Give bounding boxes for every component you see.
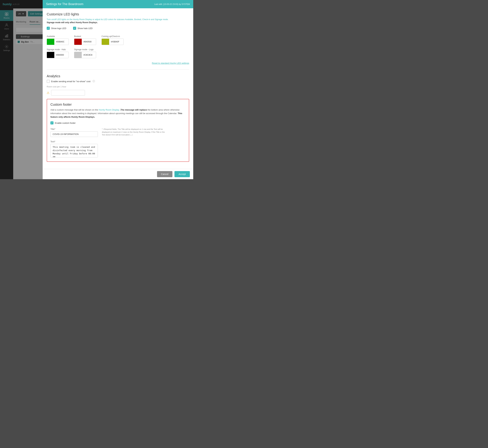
modal-footer: Cancel Accept — [43, 169, 193, 179]
led-coming-up-color — [102, 39, 109, 45]
room-cost-row: ⚠ — [47, 90, 189, 96]
led-booked-color — [74, 39, 82, 45]
info-icon: ⓘ — [92, 80, 95, 83]
footer-title-input[interactable] — [50, 131, 98, 137]
room-cost-label: Room cost per 1 hour — [47, 86, 189, 88]
checkmark-icon2: ✓ — [74, 27, 75, 29]
modal-title: Settings for The Boardroom — [46, 2, 83, 6]
show-logo-led-row: ✓ Show logo LED — [47, 27, 66, 30]
analytics-title: Analytics — [47, 74, 189, 78]
led-available-color — [47, 39, 54, 45]
modal: Settings for The Boardroom Last edit: (1… — [43, 0, 193, 179]
show-logo-led-checkbox[interactable]: ✓ — [47, 27, 50, 30]
led-section-title: Customize LED lights — [47, 12, 189, 16]
room-cost-container: Room cost per 1 hour ⚠ — [47, 86, 189, 96]
enable-footer-label: Enable custom footer — [55, 122, 76, 124]
led-available-swatch-row[interactable]: #00B40C — [47, 39, 69, 45]
led-booked-label: Booked — [74, 35, 96, 38]
accept-button[interactable]: Accept — [174, 171, 190, 177]
led-signage-halo: Signage mode - Halo #000000 — [47, 48, 69, 58]
no-show-checkbox[interactable] — [47, 80, 50, 83]
led-signage-halo-value: #000000 — [54, 54, 68, 56]
led-desc-bold: Signage mode will only affect Humly Room… — [47, 21, 98, 24]
cancel-button[interactable]: Cancel — [157, 171, 173, 177]
led-signage-logo-label: Signage mode - Logo — [74, 48, 96, 51]
led-signage-logo: Signage mode - Logo #C8C8C8 — [74, 48, 96, 58]
title-text-row: Title* * =Required fields. The Title wil… — [50, 128, 185, 137]
led-description: Turn on/off LED lights on the Humly Room… — [47, 18, 189, 24]
led-signage-logo-swatch-row[interactable]: #C8C8C8 — [74, 52, 96, 58]
checkmark-icon: ✓ — [47, 27, 49, 29]
modal-last-edit: Last edit: (13-03-22 23:03) by SYSTEM — [154, 3, 190, 5]
footer-title-label: Title* — [50, 128, 98, 130]
modal-body: Customize LED lights Turn on/off LED lig… — [43, 8, 193, 179]
no-show-label: Enable sending email for "no-show" cost — [51, 80, 91, 83]
led-coming-up-swatch-row[interactable]: #A5B40F — [101, 39, 124, 45]
footer-desc-normal: Add a custom message that will be shown … — [50, 109, 99, 111]
led-booked-swatch-row[interactable]: #B40500 — [74, 39, 96, 45]
custom-footer-description: Add a custom message that will be shown … — [50, 108, 185, 119]
led-desc-text: Turn on/off LED lights on the Humly Room… — [47, 18, 168, 21]
footer-title-group: Title* — [50, 128, 98, 137]
show-halo-led-checkbox[interactable]: ✓ — [73, 27, 76, 30]
enable-footer-checkbox[interactable]: ✓ — [50, 121, 53, 124]
show-halo-led-row: ✓ Show halo LED — [73, 27, 93, 30]
enable-footer-row: ✓ Enable custom footer — [50, 121, 185, 124]
led-available-label: Available — [47, 35, 69, 38]
led-available: Available #00B40C — [47, 35, 69, 45]
led-signage-halo-label: Signage mode - Halo — [47, 48, 69, 51]
led-color-grid: Available #00B40C Booked #B40500 Coming … — [47, 35, 189, 45]
footer-text-group: Text* This meeting room is cleaned and d… — [50, 140, 185, 158]
led-available-value: #00B40C — [54, 40, 68, 43]
room-cost-input[interactable] — [51, 90, 85, 96]
led-booked: Booked #B40500 — [74, 35, 96, 45]
led-signage-halo-color — [47, 52, 54, 58]
led-coming-up-value: #A5B40F — [109, 40, 123, 43]
custom-footer-title: Custom footer — [50, 103, 185, 106]
led-booked-value: #B40500 — [82, 40, 96, 43]
divider-1 — [47, 69, 189, 70]
reset-led-link[interactable]: Reset to standard Humly LED settings — [152, 62, 189, 64]
led-color-grid-2: Signage mode - Halo #000000 Signage mode… — [47, 48, 189, 58]
footer-text-label: Text* — [50, 140, 185, 143]
led-signage-halo-swatch-row[interactable]: #000000 — [47, 52, 69, 58]
warning-icon: ⚠ — [47, 91, 50, 95]
led-coming-up-label: Coming up/Check-in — [101, 35, 124, 38]
modal-header: Settings for The Boardroom Last edit: (1… — [43, 0, 193, 8]
led-checkboxes: ✓ Show logo LED ✓ Show halo LED — [47, 27, 189, 32]
footer-hint: * =Required fields. The Title will be di… — [102, 128, 166, 136]
no-show-row: Enable sending email for "no-show" cost … — [47, 80, 189, 83]
show-halo-led-label: Show halo LED — [77, 27, 93, 30]
led-signage-logo-value: #C8C8C8 — [82, 54, 96, 56]
led-coming-up: Coming up/Check-in #A5B40F — [101, 35, 124, 45]
footer-desc-teal: Humly Room Display — [99, 109, 119, 111]
show-logo-led-label: Show logo LED — [51, 27, 66, 30]
custom-footer-section: Custom footer Add a custom message that … — [47, 99, 189, 162]
footer-text-input[interactable]: This meeting room is cleaned and disinfe… — [50, 144, 98, 157]
led-signage-logo-color — [74, 52, 82, 58]
enable-footer-checkmark: ✓ — [51, 122, 53, 124]
analytics-section: Analytics Enable sending email for "no-s… — [47, 74, 189, 96]
led-section: Customize LED lights Turn on/off LED lig… — [47, 12, 189, 64]
reset-link-container: Reset to standard Humly LED settings — [47, 62, 189, 64]
footer-hint-group: * =Required fields. The Title will be di… — [102, 128, 166, 136]
